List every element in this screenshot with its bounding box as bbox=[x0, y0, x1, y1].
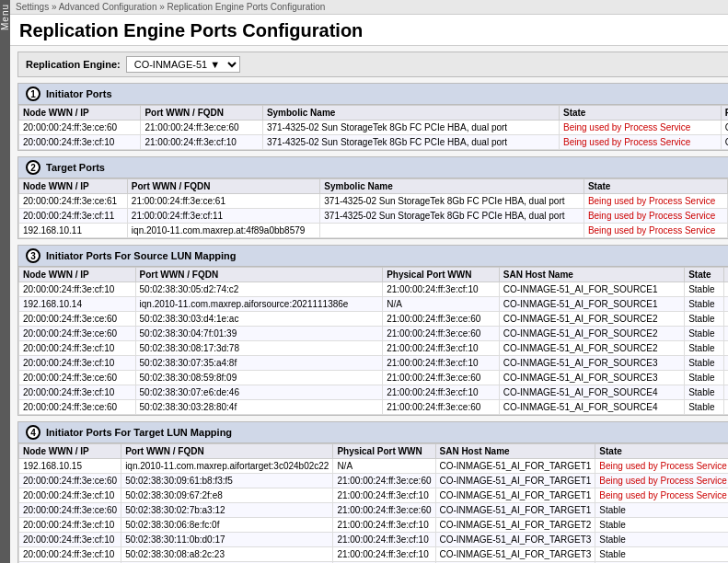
table-row: 20:00:00:24:ff:3e:ce:60 50:02:38:30:09:6… bbox=[19, 474, 729, 488]
cell-node-wwn: 20:00:00:24:ff:3e:cf:10 bbox=[19, 488, 121, 503]
cell-path-state: Online bbox=[723, 312, 728, 327]
app-wrapper: Menu Settings » Advanced Configuration »… bbox=[0, 0, 728, 563]
cell-node-wwn: 20:00:00:24:ff:3e:ce:60 bbox=[19, 371, 136, 385]
cell-phys-wwn: 21:00:00:24:ff:3e:cf:10 bbox=[333, 547, 435, 562]
cell-port-wwn: 50:02:38:30:09:67:2f:e8 bbox=[121, 488, 333, 503]
cell-san-host: CO-INMAGE-51_AI_FOR_TARGET1 bbox=[435, 488, 595, 503]
cell-phys-wwn: 21:00:00:24:ff:3e:ce:60 bbox=[383, 327, 500, 341]
table-row: 20:00:00:24:ff:3e:cf:10 21:00:00:24:ff:3… bbox=[19, 135, 729, 150]
cell-san-host: CO-INMAGE-51_AI_FOR_TARGET1 bbox=[435, 459, 595, 474]
table-row: 20:00:00:24:ff:3e:ce:60 21:00:00:24:ff:3… bbox=[19, 121, 729, 135]
cell-phys-wwn: 21:00:00:24:ff:3e:cf:10 bbox=[383, 341, 500, 356]
cell-state: Being used by Process Service bbox=[584, 194, 727, 209]
cell-state: Being used by Process Service bbox=[584, 209, 727, 224]
cell-path-state: Online bbox=[721, 121, 728, 135]
initiator-ports-table: Node WWN / IP Port WWN / FQDN Symbolic N… bbox=[18, 105, 728, 150]
cell-node-wwn: 20:00:00:24:ff:3e:ce:60 bbox=[19, 474, 121, 488]
cell-san-host: CO-INMAGE-51_AI_FOR_SOURCE3 bbox=[499, 356, 684, 371]
cell-san-host: CO-INMAGE-51_AI_FOR_SOURCE4 bbox=[499, 385, 684, 400]
cell-path-state: Online bbox=[723, 371, 728, 385]
initiator-ports-section: 1 Initiator Ports Node WWN / IP Port WWN… bbox=[17, 83, 728, 151]
cell-san-host: CO-INMAGE-51_AI_FOR_TARGET1 bbox=[435, 474, 595, 488]
cell-state: Stable bbox=[595, 518, 728, 533]
cell-port-wwn: 50:02:38:30:02:7b:a3:12 bbox=[121, 503, 333, 518]
cell-port-wwn: 21:00:00:24:ff:3e:cf:10 bbox=[141, 135, 262, 150]
cell-phys-wwn: 21:00:00:24:ff:3e:ce:60 bbox=[333, 474, 435, 488]
cell-path-state: Online bbox=[723, 282, 728, 297]
cell-port-wwn: 21:00:00:24:ff:3e:ce:60 bbox=[141, 121, 262, 135]
cell-node-wwn: 20:00:00:24:ff:3e:cf:10 bbox=[19, 385, 136, 400]
cell-state: Being used by Process Service bbox=[559, 135, 721, 150]
cell-path-state: Online bbox=[723, 327, 728, 341]
cell-path-state: Online bbox=[721, 135, 728, 150]
cell-node-wwn: 192.168.10.11 bbox=[19, 224, 128, 238]
cell-port-wwn: iqn.2010-11.com.maxrep.aifortarget:3c024… bbox=[121, 459, 333, 474]
cell-node-wwn: 20:00:00:24:ff:3e:ce:60 bbox=[19, 312, 136, 327]
col-san-host: SAN Host Name bbox=[435, 444, 595, 459]
col-node-wwn: Node WWN / IP bbox=[19, 444, 121, 459]
cell-port-wwn: 50:02:38:30:03:28:80:4f bbox=[135, 400, 383, 415]
cell-san-host: CO-INMAGE-51_AI_FOR_TARGET2 bbox=[435, 518, 595, 533]
target-ports-table: Node WWN / IP Port WWN / FQDN Symbolic N… bbox=[18, 178, 728, 238]
cell-phys-wwn: 21:00:00:24:ff:3e:cf:10 bbox=[383, 282, 500, 297]
cell-phys-wwn: 21:00:00:24:ff:3e:cf:10 bbox=[333, 533, 435, 547]
content-area: Replication Engine: CO-INMAGE-51 ▼ 1 Ini… bbox=[10, 46, 728, 563]
engine-bar: Replication Engine: CO-INMAGE-51 ▼ bbox=[17, 52, 728, 77]
col-node-wwn: Node WWN / IP bbox=[19, 268, 136, 282]
cell-port-wwn: 50:02:38:30:03:d4:1e:ac bbox=[135, 312, 383, 327]
target-ports-title: Target Ports bbox=[46, 162, 105, 173]
cell-san-host: CO-INMAGE-51_AI_FOR_SOURCE1 bbox=[499, 297, 684, 312]
cell-node-wwn: 20:00:00:24:ff:3e:cf:10 bbox=[19, 282, 136, 297]
engine-select[interactable]: CO-INMAGE-51 ▼ bbox=[126, 56, 240, 73]
col-state: State bbox=[685, 268, 724, 282]
table-row: 192.168.10.15 iqn.2010-11.com.maxrep.aif… bbox=[19, 459, 729, 474]
col-state: State bbox=[584, 179, 727, 194]
cell-node-wwn: 20:00:00:24:ff:3e:ce:60 bbox=[19, 400, 136, 415]
cell-port-wwn: 50:02:38:30:06:8e:fc:0f bbox=[121, 518, 333, 533]
cell-symbolic bbox=[320, 224, 584, 238]
target-ports-section: 2 Target Ports Node WWN / IP Port WWN / … bbox=[17, 156, 728, 239]
cell-phys-wwn: 21:00:00:24:ff:3e:cf:10 bbox=[383, 356, 500, 371]
cell-phys-wwn: 21:00:00:24:ff:3e:cf:10 bbox=[333, 518, 435, 533]
cell-node-wwn: 20:00:00:24:ff:3e:cf:10 bbox=[19, 533, 121, 547]
cell-state: Stable bbox=[685, 385, 724, 400]
cell-state: Stable bbox=[685, 371, 724, 385]
col-node-wwn: Node WWN / IP bbox=[19, 106, 141, 121]
engine-label: Replication Engine: bbox=[26, 59, 121, 70]
col-path-state: Path State bbox=[723, 268, 728, 282]
cell-node-wwn: 20:00:00:24:ff:3e:cf:10 bbox=[19, 135, 141, 150]
side-menu: Menu bbox=[0, 0, 10, 563]
table-row: 20:00:00:24:ff:3e:ce:61 21:00:00:24:ff:3… bbox=[19, 194, 729, 209]
cell-state: Stable bbox=[685, 341, 724, 356]
table-row: 20:00:00:24:ff:3e:ce:60 50:02:38:30:04:7… bbox=[19, 327, 729, 341]
cell-port-wwn: 50:02:38:30:07:35:a4:8f bbox=[135, 356, 383, 371]
table-row: 20:00:00:24:ff:3e:ce:60 50:02:38:30:02:7… bbox=[19, 503, 729, 518]
cell-state: Stable bbox=[685, 282, 724, 297]
initiator-ports-header: 1 Initiator Ports bbox=[18, 84, 728, 105]
table-row: 20:00:00:24:ff:3e:ce:60 50:02:38:30:03:d… bbox=[19, 312, 729, 327]
section-number-4: 4 bbox=[26, 425, 40, 440]
cell-port-wwn: 50:02:38:30:07:e6:de:46 bbox=[135, 385, 383, 400]
cell-state: Stable bbox=[685, 400, 724, 415]
cell-phys-wwn: 21:00:00:24:ff:3e:ce:60 bbox=[383, 400, 500, 415]
table-row: 20:00:00:24:ff:3e:cf:10 50:02:38:30:07:e… bbox=[19, 385, 729, 400]
cell-phys-wwn: 21:00:00:24:ff:3e:ce:60 bbox=[333, 503, 435, 518]
cell-state: Stable bbox=[595, 533, 728, 547]
table-row: 20:00:00:24:ff:3e:cf:10 50:02:38:30:07:3… bbox=[19, 356, 729, 371]
cell-port-wwn: 50:02:38:30:08:17:3d:78 bbox=[135, 341, 383, 356]
cell-state: Stable bbox=[595, 503, 728, 518]
cell-node-wwn: 20:00:00:24:ff:3e:cf:11 bbox=[19, 209, 128, 224]
cell-state: Stable bbox=[685, 327, 724, 341]
cell-symbolic: 371-4325-02 Sun StorageTek 8Gb FC PCIe H… bbox=[320, 209, 584, 224]
cell-state: Stable bbox=[685, 312, 724, 327]
cell-port-wwn: 21:00:00:24:ff:3e:ce:61 bbox=[127, 194, 319, 209]
col-symbolic: Symbolic Name bbox=[320, 179, 584, 194]
cell-port-wwn: iqn.2010-11.com.maxrep.at:4f89a0bb8579 bbox=[127, 224, 319, 238]
cell-node-wwn: 20:00:00:24:ff:3e:ce:61 bbox=[19, 194, 128, 209]
col-state: State bbox=[559, 106, 721, 121]
cell-port-wwn: 50:02:38:30:05:d2:74:c2 bbox=[135, 282, 383, 297]
cell-node-wwn: 192.168.10.15 bbox=[19, 459, 121, 474]
cell-port-wwn: iqn.2010-11.com.maxrep.aiforsource:20211… bbox=[135, 297, 383, 312]
col-state: State bbox=[595, 444, 728, 459]
table-row: 192.168.10.11 iqn.2010-11.com.maxrep.at:… bbox=[19, 224, 729, 238]
